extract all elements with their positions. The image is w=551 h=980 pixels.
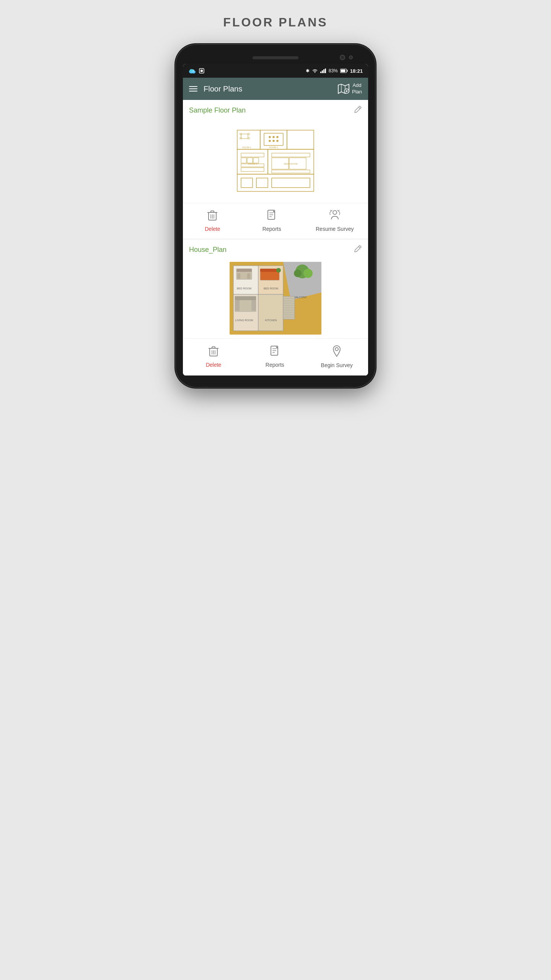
card-title-1: Sample Floor Plan xyxy=(189,106,246,114)
app-header: Floor Plans Add Plan xyxy=(183,78,368,100)
signal-icon xyxy=(320,69,326,73)
svg-line-19 xyxy=(359,107,360,109)
svg-point-34 xyxy=(277,140,278,142)
reports-icon-1 xyxy=(267,209,277,224)
phone-shell: ✱ 83% xyxy=(176,45,375,387)
svg-text:ROOM 1: ROOM 1 xyxy=(242,146,251,149)
schematic-svg: ROOM 1 ROOM 2 ROOM 3 MAIN ROOM xyxy=(230,122,321,199)
svg-text:KITCHEN: KITCHEN xyxy=(265,319,277,322)
svg-text:BED ROOM: BED ROOM xyxy=(237,287,251,290)
svg-rect-46 xyxy=(272,170,310,173)
card-title-2: House_Plan xyxy=(189,246,227,254)
svg-text:BED ROOM: BED ROOM xyxy=(264,287,278,290)
svg-rect-13 xyxy=(341,70,345,72)
reports-label-2: Reports xyxy=(266,362,284,368)
status-right: ✱ 83% xyxy=(306,68,363,74)
svg-point-67 xyxy=(333,211,337,214)
menu-line-1 xyxy=(189,86,197,87)
delete-button-1[interactable]: Delete xyxy=(197,209,228,232)
svg-rect-10 xyxy=(325,69,326,73)
svg-rect-27 xyxy=(248,137,249,139)
action-row-1: Delete Reports xyxy=(183,203,368,239)
svg-rect-49 xyxy=(256,178,268,188)
cloud-icon xyxy=(188,68,197,74)
svg-rect-8 xyxy=(322,70,323,73)
svg-rect-22 xyxy=(287,130,314,149)
svg-point-85 xyxy=(276,268,281,273)
svg-rect-82 xyxy=(247,273,250,279)
svg-rect-28 xyxy=(264,133,283,145)
survey-button-2[interactable]: Begin Survey xyxy=(321,345,353,368)
svg-rect-25 xyxy=(248,133,249,135)
header-left: Floor Plans xyxy=(189,85,242,93)
add-plan-label: Add Plan xyxy=(352,82,362,95)
status-left xyxy=(188,68,204,74)
status-bar: ✱ 83% xyxy=(183,64,368,78)
page-title: FLOOR PLANS xyxy=(223,15,328,29)
reports-button-1[interactable]: Reports xyxy=(256,209,287,232)
svg-point-29 xyxy=(269,136,271,138)
wifi-icon xyxy=(312,69,318,73)
svg-rect-23 xyxy=(241,134,248,139)
svg-point-6 xyxy=(315,72,315,73)
svg-rect-39 xyxy=(253,158,259,163)
survey-icon-1 xyxy=(328,209,341,224)
floor-plan-image-1: ROOM 1 ROOM 2 ROOM 3 MAIN ROOM xyxy=(183,119,368,203)
svg-rect-7 xyxy=(320,72,321,73)
edit-icon-1[interactable] xyxy=(354,105,362,116)
reports-icon-2 xyxy=(270,345,280,359)
notification-icon xyxy=(199,68,204,74)
floor-plan-card-2: House_Plan xyxy=(183,239,368,376)
svg-line-68 xyxy=(359,247,360,248)
svg-rect-50 xyxy=(272,178,310,188)
svg-text:MAIN ROOM: MAIN ROOM xyxy=(284,163,297,165)
svg-point-72 xyxy=(303,269,313,278)
phone-top xyxy=(183,56,368,64)
delete-button-2[interactable]: Delete xyxy=(198,345,229,368)
survey-label-2: Begin Survey xyxy=(321,362,353,368)
svg-rect-38 xyxy=(247,158,253,163)
menu-line-3 xyxy=(189,91,197,91)
svg-text:LIVING ROOM: LIVING ROOM xyxy=(235,319,253,322)
phone-speaker xyxy=(253,56,298,59)
edit-icon-2[interactable] xyxy=(354,245,362,255)
svg-rect-78 xyxy=(258,294,283,331)
action-row-2: Delete Reports xyxy=(183,338,368,375)
hamburger-menu[interactable] xyxy=(189,86,197,91)
clock: 18:21 xyxy=(350,68,363,74)
app-header-title: Floor Plans xyxy=(204,85,242,93)
house-plan-svg: BED ROOM BED ROOM LIVING ROOM KITCHEN BA… xyxy=(230,262,321,335)
card-header-1: Sample Floor Plan xyxy=(183,100,368,119)
phone-camera2 xyxy=(349,56,353,59)
svg-rect-87 xyxy=(235,296,256,300)
svg-rect-9 xyxy=(323,69,324,73)
svg-point-117 xyxy=(335,348,338,351)
floor-plan-card-1: Sample Floor Plan xyxy=(183,100,368,239)
delete-icon-2 xyxy=(208,345,219,359)
svg-text:ROOM 2: ROOM 2 xyxy=(269,146,278,149)
phone-screen: ✱ 83% xyxy=(183,64,368,376)
svg-point-30 xyxy=(273,136,274,138)
svg-point-32 xyxy=(269,140,271,142)
bluetooth-icon: ✱ xyxy=(306,68,310,74)
svg-text:BALCONY: BALCONY xyxy=(294,296,307,299)
delete-icon-1 xyxy=(207,209,218,224)
delete-label-2: Delete xyxy=(206,362,221,368)
svg-rect-5 xyxy=(201,70,203,72)
survey-icon-2 xyxy=(332,345,342,360)
delete-label-1: Delete xyxy=(205,226,220,232)
svg-rect-88 xyxy=(235,300,240,311)
survey-label-1: Resume Survey xyxy=(316,226,354,232)
svg-rect-81 xyxy=(237,273,240,279)
survey-button-1[interactable]: Resume Survey xyxy=(316,209,354,232)
card-header-2: House_Plan xyxy=(183,239,368,258)
svg-rect-47 xyxy=(237,174,314,191)
reports-button-2[interactable]: Reports xyxy=(259,345,290,368)
svg-rect-37 xyxy=(241,158,246,163)
add-plan-button[interactable]: Add Plan xyxy=(337,82,362,95)
svg-point-31 xyxy=(277,136,278,138)
add-plan-icon xyxy=(337,83,350,94)
svg-point-3 xyxy=(190,69,193,72)
svg-rect-12 xyxy=(347,70,347,72)
svg-rect-36 xyxy=(241,153,264,157)
